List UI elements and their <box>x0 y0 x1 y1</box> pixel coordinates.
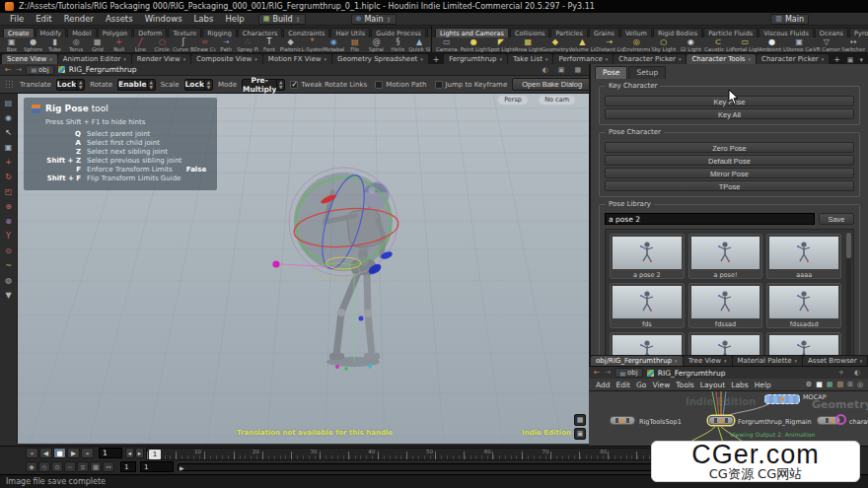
snap-tool-icon[interactable]: ◍ <box>1 273 16 287</box>
network-menu-item[interactable]: Help <box>752 381 774 389</box>
pane-tab[interactable]: Performance▾ <box>553 54 613 64</box>
shelf-tool[interactable]: ▭ Portal Light <box>732 37 760 52</box>
back-icon[interactable]: ← <box>594 368 601 378</box>
pose-button[interactable]: Zero Pose <box>605 142 854 153</box>
shelf-tool[interactable]: T Font <box>258 37 280 52</box>
pane-tab[interactable]: Material Palette▾ <box>733 356 802 366</box>
pane-tab[interactable]: Tree View▾ <box>684 356 732 366</box>
pane-tab[interactable]: obj/RIG_Fergrumthrup▾ <box>591 356 683 366</box>
network-menu-item[interactable]: Add <box>593 381 614 389</box>
menu-item[interactable]: Labs <box>188 14 220 24</box>
shelf-tab[interactable]: Deform <box>133 28 167 37</box>
shelf-tab[interactable]: Rigging <box>202 28 237 37</box>
pane-tab[interactable]: Character Picker▾ <box>614 54 686 64</box>
shelf-tool[interactable]: ↔ Switcher <box>840 37 868 52</box>
key-button[interactable]: Key All <box>605 108 854 119</box>
pane-tab[interactable]: Character Picker▾ <box>757 54 829 64</box>
network-menu-item[interactable]: Labs <box>728 381 751 389</box>
current-frame-field[interactable]: 1 <box>99 448 122 458</box>
pane-tab[interactable]: Scene View▾ <box>2 54 57 64</box>
shelf-tool[interactable]: ≈ Draw Curve <box>194 37 216 52</box>
go-to-start-button[interactable]: « <box>26 448 38 458</box>
shelf-tab[interactable]: Model <box>67 28 97 37</box>
pose-thumbnail[interactable] <box>766 332 841 355</box>
shelf-tab[interactable]: Modify <box>36 28 67 37</box>
joint-tool-icon[interactable]: ⊗ <box>1 214 16 228</box>
skeleton-tool-icon[interactable]: Y <box>1 229 16 243</box>
shelf-tab[interactable]: Lights and Cameras <box>435 28 509 37</box>
shelf-tool[interactable]: ○ Circle <box>151 37 173 52</box>
maximize-viewport-icon[interactable]: ▣ <box>574 428 586 440</box>
toolbar-checkbox[interactable]: Jump to Keyframe <box>435 81 508 89</box>
spinner-icon[interactable]: ▲▼ <box>147 80 155 90</box>
shelf-tool[interactable]: ○ Sky Light <box>650 37 678 52</box>
play-reverse-button[interactable]: ◀ <box>39 448 52 458</box>
pane-tab[interactable]: Composite View▾ <box>191 54 262 64</box>
playhead-marker[interactable]: 1 <box>149 450 161 459</box>
context-chip[interactable]: ▤ obj <box>26 65 53 75</box>
loop-mode-icon[interactable]: ↔ <box>103 461 114 472</box>
camera-lock-icon[interactable]: ▣ <box>555 66 568 74</box>
motion-path-icon[interactable]: ~ <box>64 461 76 472</box>
pose-thumbnail[interactable]: fds <box>610 283 685 328</box>
search-icon[interactable]: ◎ <box>856 381 864 388</box>
foot-handle[interactable] <box>368 365 372 369</box>
shelf-tool[interactable]: ╱ Line <box>130 37 152 52</box>
menu-item[interactable]: Edit <box>30 14 57 24</box>
menu-item[interactable]: Windows <box>139 14 188 24</box>
chevron-down-icon[interactable]: ▾ <box>324 56 326 62</box>
node-mocap[interactable] <box>764 394 800 404</box>
scale-tool-icon[interactable]: ◰ <box>1 184 16 198</box>
pane-tab[interactable]: Asset Browser▾ <box>803 356 867 366</box>
spinner-icon[interactable]: ▲▼ <box>276 80 284 90</box>
context-chip[interactable]: ▤ obj <box>615 368 642 378</box>
open-bake-dialog-button[interactable]: Open Bake Dialog <box>512 78 592 91</box>
pose-thumbnail[interactable]: aaaa <box>766 234 841 279</box>
range-options-icon[interactable]: ▦ <box>90 461 102 472</box>
pose-name-input[interactable] <box>605 213 815 225</box>
checkbox-box[interactable] <box>375 81 383 89</box>
shelf-tool[interactable]: ▽ VR Camera <box>813 37 840 52</box>
shelf-tool[interactable]: ʃ Curve Bezier <box>173 37 194 52</box>
current-node-path[interactable]: RIG_Fergrumthrup <box>69 65 137 74</box>
pane-tab[interactable]: Geometry Spreadsheet▾ <box>332 54 428 64</box>
pane-tab[interactable]: Character Tools▾ <box>687 54 756 64</box>
network-editor-canvas[interactable]: Indie Edition Geometry RigToolsSop1 Ferg… <box>589 391 868 446</box>
spinner-icon[interactable]: ▲▼ <box>76 80 84 90</box>
play-button[interactable]: ▶ <box>67 448 80 458</box>
shelf-tool[interactable]: + Null <box>108 37 130 52</box>
shelf-tab[interactable]: Particle Fluids <box>703 28 758 37</box>
toolbar-checkbox[interactable]: Motion Path <box>375 81 426 89</box>
color-palette-icon[interactable]: ▦ <box>826 381 834 388</box>
pose-button[interactable]: Default Pose <box>605 155 854 166</box>
scale-mode-select[interactable]: Lock▲▼ <box>184 79 213 91</box>
shelf-tool[interactable]: ◆ Geometry Light <box>542 37 569 52</box>
pin-icon[interactable]: + <box>835 369 847 377</box>
camera-projection-menu[interactable]: Persp <box>498 96 528 105</box>
premultiply-mode-select[interactable]: Pre-Multiply▲▼ <box>242 79 285 91</box>
shelf-tool[interactable]: → Path <box>216 37 238 52</box>
go-to-end-button[interactable]: » <box>81 448 94 458</box>
pose-button[interactable]: TPose <box>605 180 854 191</box>
audio-icon[interactable]: ≡ <box>77 461 89 472</box>
motion-tool-icon[interactable]: ~ <box>1 258 16 272</box>
spinner-icon[interactable]: ▲▼ <box>204 80 212 90</box>
shelf-tool[interactable]: ▤ File <box>344 37 366 52</box>
pose-tool-icon[interactable]: ⊕ <box>1 199 16 213</box>
add-pane-tab-button[interactable]: + <box>429 55 444 64</box>
save-pose-button[interactable]: Save <box>819 213 854 225</box>
network-menu-item[interactable]: Tools <box>673 381 696 389</box>
shelf-tool[interactable]: ◎ Torus <box>65 37 87 52</box>
shelf-tool[interactable]: ∴ Spray Paint <box>237 37 258 52</box>
pose-thumbnail[interactable]: a pose 2 <box>610 234 685 279</box>
shelf-tool[interactable]: ⊂ Caustic Light <box>704 37 732 52</box>
shelf-tab[interactable]: Characters <box>238 28 282 37</box>
shelf-tab[interactable]: Texture <box>168 28 201 37</box>
shelf-tool[interactable]: ◆ Platonic Solids <box>280 37 302 52</box>
range-start-field[interactable]: 1 <box>120 461 136 472</box>
chevron-down-icon[interactable]: ▾ <box>724 358 727 364</box>
layout-grid-icon[interactable]: ▦ <box>574 414 586 426</box>
node-fergrumthrup-rigmain[interactable] <box>708 416 734 425</box>
shelf-tab[interactable]: Oceans <box>815 28 848 37</box>
pose-thumbnail[interactable] <box>688 332 763 355</box>
